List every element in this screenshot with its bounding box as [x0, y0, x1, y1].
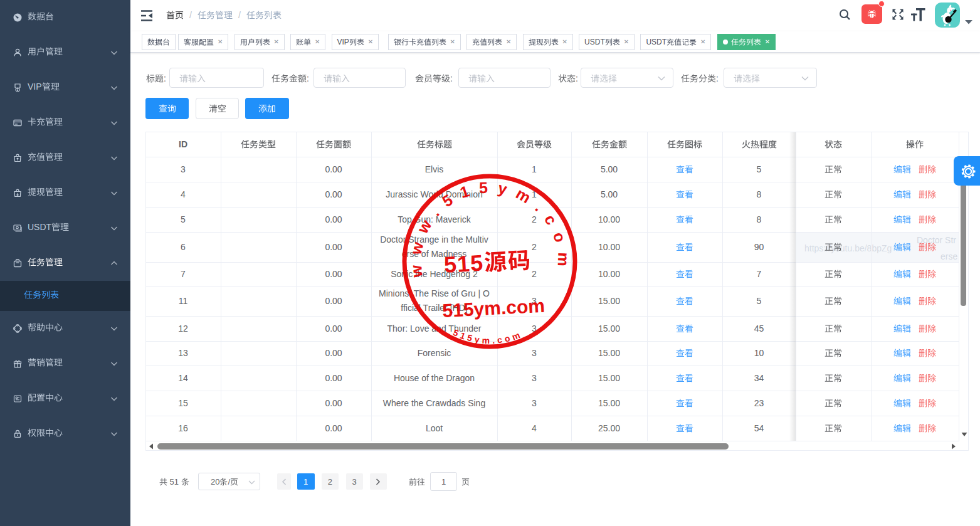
- svg-text:515ym.com: 515ym.com: [442, 295, 545, 322]
- svg-text:www.515ym.com: www.515ym.com: [406, 179, 572, 279]
- svg-text:515: 515: [443, 250, 484, 278]
